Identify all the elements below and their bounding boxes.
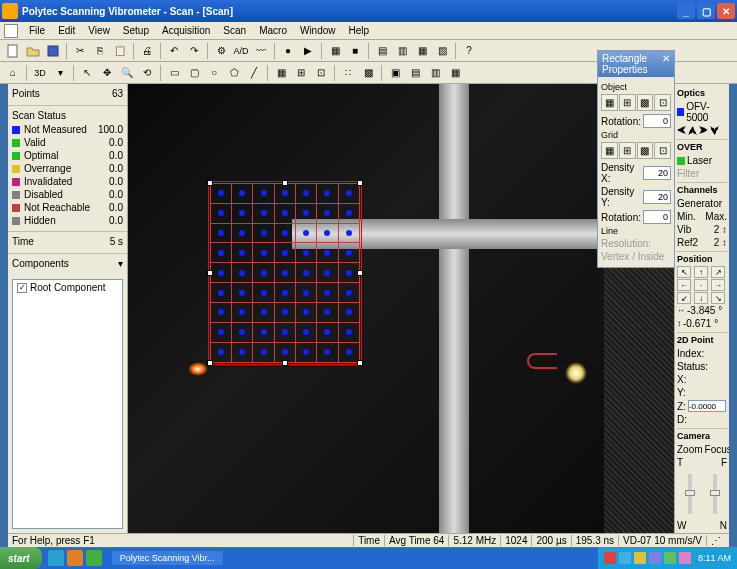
obj-mode3[interactable]: ▩ xyxy=(637,94,654,111)
scan-point[interactable] xyxy=(261,290,267,296)
scan-point[interactable] xyxy=(239,210,245,216)
scan-point[interactable] xyxy=(261,349,267,355)
menu-macro[interactable]: Macro xyxy=(253,23,293,38)
scan-point[interactable] xyxy=(346,190,352,196)
zoom-button[interactable]: 🔍 xyxy=(118,64,136,82)
scan-point[interactable] xyxy=(218,230,224,236)
scan-point[interactable] xyxy=(239,349,245,355)
rectangle-properties-panel[interactable]: Rectangle Properties✕ Object ▦ ⊞ ▩ ⊡ Rot… xyxy=(597,50,675,268)
home-button[interactable]: ⌂ xyxy=(4,64,22,82)
zoom-slider[interactable] xyxy=(688,474,692,514)
scan-point[interactable] xyxy=(282,309,288,315)
scan-point[interactable] xyxy=(324,250,330,256)
scan-point[interactable] xyxy=(324,270,330,276)
cut-button[interactable]: ✂ xyxy=(71,42,89,60)
print-button[interactable]: 🖨 xyxy=(138,42,156,60)
layer1-button[interactable]: ▣ xyxy=(386,64,404,82)
points-button[interactable]: ∷ xyxy=(339,64,357,82)
start-button[interactable]: start xyxy=(0,547,42,569)
tray-icon[interactable] xyxy=(649,552,661,564)
scan-point[interactable] xyxy=(282,270,288,276)
stop-button[interactable]: ■ xyxy=(346,42,364,60)
grid-mode2[interactable]: ⊞ xyxy=(619,142,636,159)
dropdown-icon[interactable]: ▾ xyxy=(51,64,69,82)
scan-point[interactable] xyxy=(218,349,224,355)
menu-edit[interactable]: Edit xyxy=(52,23,81,38)
panel-close-icon[interactable]: ✕ xyxy=(662,53,670,75)
scan-point[interactable] xyxy=(239,290,245,296)
scan-point[interactable] xyxy=(303,190,309,196)
ref-value[interactable]: 2 ↕ xyxy=(714,237,727,248)
menu-file[interactable]: File xyxy=(23,23,51,38)
scan-point[interactable] xyxy=(282,230,288,236)
scan-point[interactable] xyxy=(218,190,224,196)
paste-button[interactable]: 📋 xyxy=(111,42,129,60)
scan-point[interactable] xyxy=(261,250,267,256)
select-button[interactable]: ▭ xyxy=(165,64,183,82)
pos-s[interactable]: ↓ xyxy=(694,292,708,304)
wave-button[interactable]: 〰 xyxy=(252,42,270,60)
taskbar-task[interactable]: Polytec Scanning Vibr... xyxy=(112,551,223,565)
close-button[interactable]: ✕ xyxy=(717,3,735,19)
scan-point[interactable] xyxy=(346,270,352,276)
scan-point[interactable] xyxy=(261,270,267,276)
tray-icon[interactable] xyxy=(604,552,616,564)
ql-ie-icon[interactable] xyxy=(48,550,64,566)
play-button[interactable]: ▶ xyxy=(299,42,317,60)
scan-point[interactable] xyxy=(324,190,330,196)
obj-mode4[interactable]: ⊡ xyxy=(654,94,671,111)
scan-point[interactable] xyxy=(218,329,224,335)
record-button[interactable]: ● xyxy=(279,42,297,60)
measurement-grid[interactable] xyxy=(210,183,360,363)
save-button[interactable] xyxy=(44,42,62,60)
scan-point[interactable] xyxy=(218,309,224,315)
scan-point[interactable] xyxy=(324,210,330,216)
scan-point[interactable] xyxy=(324,230,330,236)
nav-right-icon[interactable]: ⮞ xyxy=(699,125,709,136)
layer2-button[interactable]: ▤ xyxy=(406,64,424,82)
pos-w[interactable]: ← xyxy=(677,279,691,291)
scan-point[interactable] xyxy=(346,309,352,315)
tray-clock[interactable]: 8:11 AM xyxy=(698,553,731,563)
mesh-button[interactable]: ▩ xyxy=(359,64,377,82)
grid2-button[interactable]: ⊞ xyxy=(292,64,310,82)
menu-help[interactable]: Help xyxy=(343,23,376,38)
scan-point[interactable] xyxy=(282,290,288,296)
scan-point[interactable] xyxy=(261,190,267,196)
scan-point[interactable] xyxy=(218,210,224,216)
ql-app2-icon[interactable] xyxy=(86,550,102,566)
scan-point[interactable] xyxy=(282,329,288,335)
scan-point[interactable] xyxy=(239,309,245,315)
components-toggle-icon[interactable]: ▾ xyxy=(118,258,123,269)
layer3-button[interactable]: ▥ xyxy=(426,64,444,82)
maximize-button[interactable]: ▢ xyxy=(697,3,715,19)
scan-point[interactable] xyxy=(218,290,224,296)
view2-button[interactable]: ▥ xyxy=(393,42,411,60)
scan-point[interactable] xyxy=(324,329,330,335)
scan-point[interactable] xyxy=(261,329,267,335)
nav-up-icon[interactable]: ⮝ xyxy=(688,125,698,136)
help-button[interactable]: ? xyxy=(460,42,478,60)
scan-point[interactable] xyxy=(239,190,245,196)
ql-app-icon[interactable] xyxy=(67,550,83,566)
minimize-button[interactable]: _ xyxy=(677,3,695,19)
scan-point[interactable] xyxy=(346,210,352,216)
grid1-button[interactable]: ▦ xyxy=(272,64,290,82)
menu-setup[interactable]: Setup xyxy=(117,23,155,38)
scan-point[interactable] xyxy=(324,290,330,296)
rect-button[interactable]: ▢ xyxy=(185,64,203,82)
menu-scan[interactable]: Scan xyxy=(217,23,252,38)
tray-icon[interactable] xyxy=(619,552,631,564)
new-button[interactable] xyxy=(4,42,22,60)
camera-viewport[interactable] xyxy=(128,84,674,533)
root-component-item[interactable]: ✓ Root Component xyxy=(13,280,122,295)
circle-button[interactable]: ○ xyxy=(205,64,223,82)
scan-point[interactable] xyxy=(303,250,309,256)
nav-down-icon[interactable]: ⮟ xyxy=(710,125,720,136)
scan-point[interactable] xyxy=(346,250,352,256)
view3-button[interactable]: ▦ xyxy=(413,42,431,60)
grid-mode4[interactable]: ⊡ xyxy=(654,142,671,159)
checkbox-icon[interactable]: ✓ xyxy=(17,283,27,293)
scan-button[interactable]: ▦ xyxy=(326,42,344,60)
scan-point[interactable] xyxy=(324,349,330,355)
